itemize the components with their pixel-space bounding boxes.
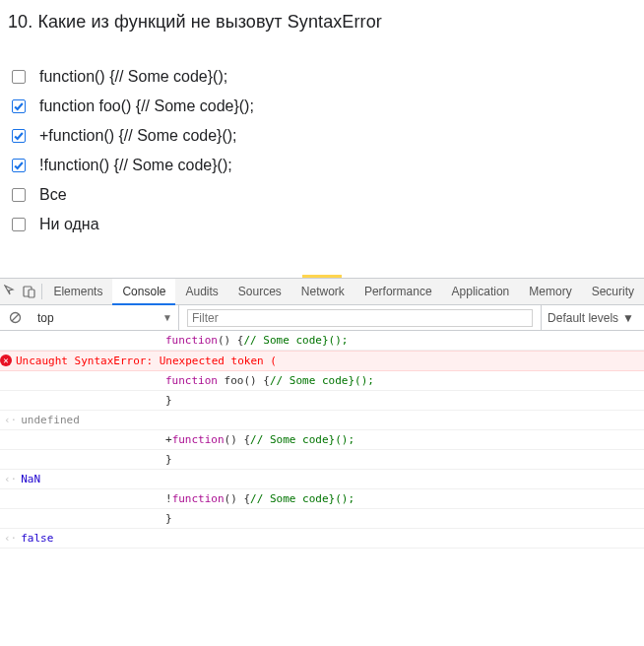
console-input-continuation: } [0, 391, 644, 411]
result-marker-icon: ‹· [4, 471, 21, 487]
devtools-tab-network[interactable]: Network [291, 279, 354, 305]
svg-rect-1 [29, 290, 34, 297]
checkbox[interactable] [12, 159, 26, 172]
device-toggle-icon[interactable] [21, 279, 39, 304]
context-selector[interactable]: top ▼ [32, 305, 179, 330]
console-error-row: ✕Uncaught SyntaxError: Unexpected token … [0, 351, 644, 371]
console-result-row: ‹·undefined [0, 411, 644, 430]
console-input-row: !function() {// Some code}(); [0, 489, 644, 509]
option-row[interactable]: function() {// Some code}(); [12, 68, 636, 86]
option-label: function() {// Some code}(); [39, 68, 227, 86]
devtools-tab-security[interactable]: Security [582, 279, 644, 305]
devtools-tab-console[interactable]: Console [112, 279, 175, 305]
filter-input[interactable] [187, 309, 533, 327]
separator [41, 284, 42, 299]
console-toolbar: top ▼ Default levels ▼ [0, 305, 644, 331]
console-input-continuation: } [0, 450, 644, 470]
option-row[interactable]: function foo() {// Some code}(); [12, 97, 636, 115]
devtools-panel: ElementsConsoleAuditsSourcesNetworkPerfo… [0, 278, 644, 549]
devtools-tab-sources[interactable]: Sources [228, 279, 291, 305]
option-label: Ни одна [39, 216, 99, 233]
chevron-down-icon: ▼ [162, 312, 172, 323]
devtools-tab-audits[interactable]: Audits [175, 279, 227, 305]
console-input-row: function foo() {// Some code}(); [0, 371, 644, 391]
devtools-tab-bar: ElementsConsoleAuditsSourcesNetworkPerfo… [0, 279, 644, 305]
error-text: Uncaught SyntaxError: Unexpected token ( [16, 353, 277, 369]
question-title: 10. Какие из функций не вызовут SyntaxEr… [8, 12, 636, 32]
console-code: function() {// Some code}(); [165, 332, 348, 349]
levels-label: Default levels [547, 311, 618, 325]
console-result-row: ‹·false [0, 529, 644, 549]
console-input-continuation: } [0, 509, 644, 529]
error-icon: ✕ [0, 355, 12, 366]
result-value: NaN [21, 471, 40, 487]
console-output: function() {// Some code}();✕Uncaught Sy… [0, 331, 644, 549]
console-input-row: +function() {// Some code}(); [0, 430, 644, 450]
option-label: Все [39, 186, 67, 204]
option-label: +function() {// Some code}(); [39, 127, 237, 145]
chevron-down-icon: ▼ [622, 311, 634, 325]
log-levels-selector[interactable]: Default levels ▼ [541, 305, 644, 330]
clear-console-icon[interactable] [2, 305, 28, 331]
result-marker-icon: ‹· [4, 530, 21, 547]
checkbox[interactable] [12, 70, 26, 84]
console-code: function foo() {// Some code}(); [165, 372, 374, 389]
option-row[interactable]: Все [12, 186, 636, 204]
checkbox[interactable] [12, 129, 26, 143]
option-label: !function() {// Some code}(); [39, 157, 232, 174]
checkbox[interactable] [12, 99, 26, 113]
result-value: false [21, 530, 53, 547]
svg-line-3 [12, 314, 19, 321]
checkbox[interactable] [12, 188, 26, 202]
devtools-tab-memory[interactable]: Memory [519, 279, 581, 305]
devtools-tab-elements[interactable]: Elements [43, 279, 112, 305]
checkbox[interactable] [12, 218, 26, 231]
devtools-tab-performance[interactable]: Performance [354, 279, 442, 305]
devtools-tab-application[interactable]: Application [442, 279, 520, 305]
inspect-icon[interactable] [2, 279, 21, 304]
result-marker-icon: ‹· [4, 412, 21, 428]
result-value: undefined [21, 412, 80, 428]
context-label: top [37, 311, 54, 325]
option-label: function foo() {// Some code}(); [39, 97, 254, 115]
console-code: +function() {// Some code}(); [165, 431, 354, 448]
question-options: function() {// Some code}();function foo… [12, 68, 636, 233]
option-row[interactable]: Ни одна [12, 216, 636, 233]
question-section: 10. Какие из функций не вызовут SyntaxEr… [0, 0, 644, 275]
console-input-row: function() {// Some code}(); [0, 331, 644, 351]
option-row[interactable]: !function() {// Some code}(); [12, 157, 636, 174]
option-row[interactable]: +function() {// Some code}(); [12, 127, 636, 145]
console-result-row: ‹·NaN [0, 470, 644, 489]
console-code: !function() {// Some code}(); [165, 490, 354, 507]
